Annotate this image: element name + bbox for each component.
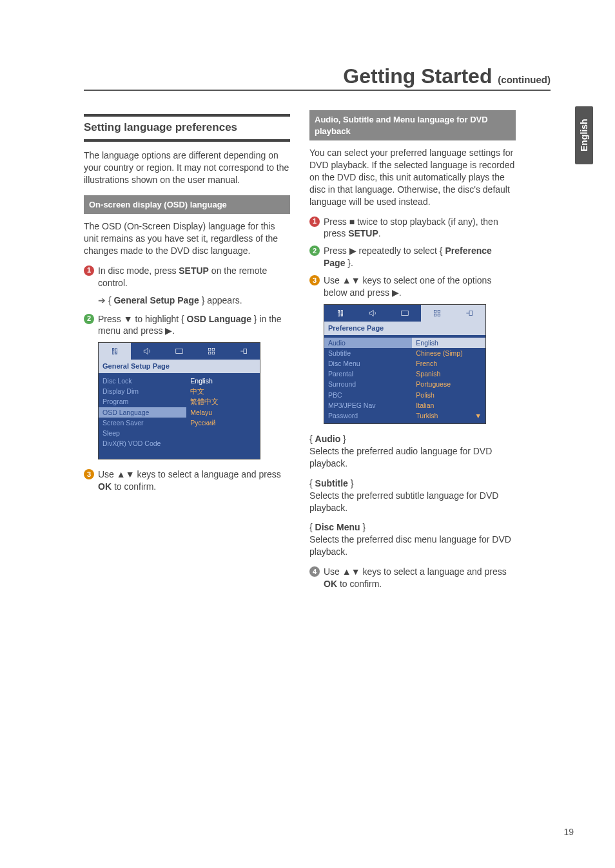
r-step-1: 1 Press ■ twice to stop playback (if any…: [309, 216, 516, 240]
svg-rect-7: [208, 352, 211, 354]
r-step-3-text: Use ▲▼ keys to select one of the options…: [324, 275, 516, 299]
svg-rect-17: [434, 314, 436, 316]
osd-tab-audio-icon: [131, 343, 163, 360]
osd-option: 繁體中文: [190, 396, 256, 407]
osd-option: Melayu: [190, 407, 256, 418]
svg-point-13: [341, 314, 342, 315]
osd-item: Program: [102, 396, 182, 407]
right-column: Audio, Subtitle and Menu language for DV…: [309, 110, 516, 595]
svg-point-2: [113, 349, 114, 351]
svg-rect-4: [176, 349, 183, 354]
osd-option-selected: English: [412, 338, 485, 348]
osd-tabs: [99, 343, 260, 360]
osd-screenshot-general: General Setup Page Disc Lock Display Dim…: [98, 342, 260, 459]
svg-rect-9: [244, 349, 247, 354]
svg-rect-16: [438, 310, 440, 313]
osd-intro: The OSD (On-Screen Display) language for…: [84, 220, 290, 257]
osd-option: Turkish ▼: [416, 410, 482, 421]
osd-item: Parental: [328, 369, 408, 379]
osd-item: PBC: [328, 390, 408, 400]
svg-rect-6: [212, 349, 215, 351]
step-badge-1: 1: [84, 265, 94, 276]
osd-option: Portuguese: [416, 379, 482, 389]
opt-audio: { Audio }Selects the preferred audio lan…: [309, 433, 516, 470]
r-step-2: 2 Press ▶ repeatedly to select { Prefere…: [309, 245, 516, 269]
osd-body: Disc Lock Display Dim Program OSD Langua…: [99, 373, 260, 459]
step-3: 3 Use ▲▼ keys to select a language and p…: [84, 468, 290, 493]
osd-right-list: English 中文 繁體中文 Melayu Русский: [186, 373, 260, 451]
subsection-bar-osd: On-screen display (OSD) language: [84, 195, 290, 215]
intro-text: The language options are different depen…: [84, 149, 290, 186]
dvd-intro: You can select your preferred language s…: [309, 147, 516, 207]
osd-page-title: General Setup Page: [99, 360, 260, 373]
step-2-text: Press ▼ to highlight { OSD Language } in…: [98, 313, 290, 338]
svg-rect-5: [208, 349, 211, 351]
opt-subtitle: { Subtitle }Selects the preferred subtit…: [309, 477, 516, 514]
svg-rect-14: [402, 311, 409, 315]
step-2: 2 Press ▼ to highlight { OSD Language } …: [84, 313, 290, 338]
osd-tab-video-icon: [163, 343, 195, 360]
osd-item: MP3/JPEG Nav: [328, 400, 408, 410]
osd-tab-audio-icon: [356, 305, 389, 322]
r-step-4: 4 Use ▲▼ keys to select a language and p…: [309, 566, 516, 590]
title-continued: (continued): [498, 74, 551, 85]
osd-option: French: [416, 358, 482, 369]
osd-tab-pref-icon: [453, 305, 485, 322]
step-badge-4: 4: [309, 566, 320, 577]
step-badge-2: 2: [84, 314, 94, 324]
svg-rect-8: [212, 352, 215, 354]
content-columns: Setting language preferences The languag…: [84, 110, 576, 595]
left-column: Setting language preferences The languag…: [84, 110, 290, 595]
page: English Getting Started (continued) Sett…: [0, 0, 615, 868]
r-step-2-text: Press ▶ repeatedly to select { Preferenc…: [324, 245, 516, 269]
osd-option: Chinese (Simp): [416, 348, 482, 358]
svg-rect-15: [434, 310, 436, 313]
language-tab: English: [575, 106, 593, 164]
osd-left-list: Audio Subtitle Disc Menu Parental Surrou…: [324, 335, 412, 423]
osd-item: Screen Saver: [102, 418, 182, 428]
step-3-text: Use ▲▼ keys to select a language and pre…: [98, 468, 290, 493]
osd-item: DivX(R) VOD Code: [102, 438, 182, 448]
osd-right-list: English Chinese (Simp) French Spanish Po…: [412, 335, 485, 423]
osd-item: Disc Menu: [328, 358, 408, 369]
osd-left-list: Disc Lock Display Dim Program OSD Langua…: [99, 373, 186, 451]
svg-point-3: [115, 352, 117, 353]
r-step-3: 3 Use ▲▼ keys to select one of the optio…: [309, 275, 516, 299]
step-1-text: In disc mode, press SETUP on the remote …: [98, 265, 290, 289]
osd-item: Surround: [328, 379, 408, 389]
step-1-sub: { General Setup Page } appears.: [98, 294, 290, 307]
osd-item: Subtitle: [328, 348, 408, 358]
osd-tab-grid-icon: [195, 343, 228, 360]
svg-rect-19: [469, 311, 473, 315]
section-heading: Setting language preferences: [84, 114, 290, 142]
osd-tab-general-icon: [99, 343, 131, 360]
page-title: Getting Started (continued): [84, 64, 551, 91]
osd-screenshot-preference: Preference Page Audio Subtitle Disc Menu…: [324, 304, 486, 424]
osd-item: Password: [328, 410, 408, 421]
svg-rect-18: [438, 314, 440, 316]
osd-option: Italian: [416, 400, 482, 410]
osd-tabs: [324, 305, 485, 322]
osd-option: 中文: [190, 386, 256, 396]
osd-tab-grid-icon: [421, 305, 453, 322]
step-badge-2: 2: [309, 246, 320, 256]
page-number: 19: [563, 827, 574, 837]
osd-body: Audio Subtitle Disc Menu Parental Surrou…: [324, 335, 485, 423]
r-step-1-text: Press ■ twice to stop playback (if any),…: [324, 216, 516, 240]
osd-option-selected: English: [190, 376, 256, 386]
osd-option: Spanish: [416, 369, 482, 379]
step-badge-1: 1: [309, 217, 320, 227]
osd-tab-general-icon: [324, 305, 356, 322]
osd-tab-pref-icon: [228, 343, 260, 360]
osd-page-title: Preference Page: [324, 322, 485, 335]
step-1: 1 In disc mode, press SETUP on the remot…: [84, 265, 290, 289]
osd-option: Русский: [190, 418, 256, 428]
subsection-bar-dvd: Audio, Subtitle and Menu language for DV…: [309, 110, 516, 140]
osd-item: Sleep: [102, 428, 182, 438]
osd-item-selected: OSD Language: [99, 407, 186, 418]
osd-option: Polish: [416, 390, 482, 400]
opt-disc-menu: { Disc Menu }Selects the preferred disc …: [309, 521, 516, 558]
osd-item: Display Dim: [102, 386, 182, 396]
osd-item: Disc Lock: [102, 376, 182, 386]
title-text: Getting Started: [343, 64, 492, 88]
